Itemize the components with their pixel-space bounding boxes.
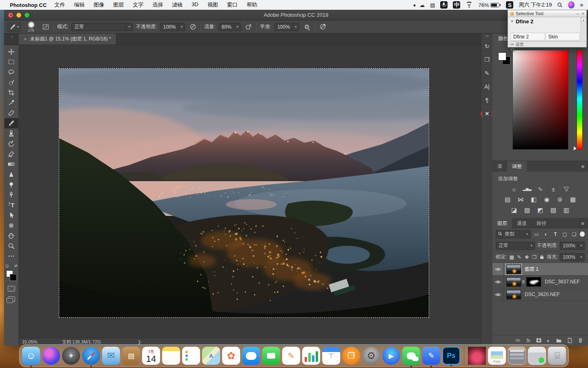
path-selection-tool[interactable] (4, 210, 18, 220)
dock-window-preview-2[interactable] (528, 347, 546, 365)
new-adjustment-layer-icon[interactable]: ◐ (547, 337, 550, 344)
color-field-cursor[interactable] (510, 47, 515, 52)
layer-mask-thumbnail[interactable] (526, 277, 541, 287)
dock-system-preferences[interactable]: ⚙ (362, 347, 380, 365)
layer-row-2[interactable]: DSC_3620.NEF (492, 288, 588, 301)
crop-tool[interactable] (4, 88, 18, 98)
siri-icon[interactable] (568, 1, 575, 9)
vibrance-icon[interactable]: ▽ (561, 184, 572, 194)
input-method-icon[interactable]: 中 (453, 1, 460, 9)
nik-selective-panel-icon[interactable]: ❨✕❩ (481, 107, 493, 120)
new-layer-icon[interactable] (567, 338, 572, 343)
posterize-icon[interactable]: ▨ (522, 205, 532, 215)
close-window-button[interactable] (8, 13, 13, 18)
hue-slider-marker[interactable] (574, 146, 577, 150)
levels-icon[interactable]: ▂▅▃ (522, 184, 532, 194)
saturation-brightness-field[interactable] (512, 50, 568, 150)
foreground-color-swatch[interactable] (498, 52, 506, 61)
new-group-icon[interactable] (556, 338, 562, 343)
filter-shape-layers-icon[interactable]: ▢ (561, 231, 568, 237)
window-titlebar[interactable]: Adobe Photoshop CC 2018 (4, 10, 588, 20)
scroll-up-icon[interactable]: ▲ (581, 18, 586, 22)
type-tool[interactable]: T (4, 200, 18, 210)
link-layers-icon[interactable] (515, 338, 521, 343)
dodge-tool[interactable] (4, 180, 18, 190)
dock-finder[interactable]: ☺ (22, 347, 40, 365)
hue-saturation-icon[interactable]: ▤ (502, 195, 513, 204)
lock-position-icon[interactable]: ✚ (524, 254, 530, 260)
eyedropper-tool[interactable] (4, 98, 18, 108)
selective-close-icon[interactable]: × (582, 11, 584, 16)
toggle-brush-panel-icon[interactable] (41, 22, 50, 31)
status-chevron-icon[interactable]: ❯ (138, 339, 141, 345)
layer-filter-type-select[interactable]: 类型 ▾ (496, 230, 531, 238)
menu-item-10[interactable]: 帮助 (242, 1, 262, 9)
dock-photos[interactable]: ✿ (222, 347, 240, 365)
wifi-icon[interactable] (466, 1, 473, 9)
zoom-window-button[interactable] (24, 13, 29, 18)
character-panel-icon[interactable]: A| (481, 80, 493, 93)
dock-trash[interactable]: ⍌ (548, 347, 566, 365)
toolbar-background-swatch[interactable] (10, 274, 17, 281)
pen-tool[interactable] (4, 190, 18, 200)
dock-pages[interactable]: ✎ (282, 347, 300, 365)
smoothing-select[interactable]: 100% ▾ (274, 23, 299, 31)
color-balance-icon[interactable]: ⋈ (515, 195, 526, 204)
minimize-window-button[interactable] (16, 13, 21, 18)
swap-colors-icon[interactable]: ◲⇄ (5, 264, 18, 268)
shape-tool[interactable] (4, 220, 18, 231)
lock-paint-icon[interactable]: ✎ (517, 254, 522, 260)
smoothing-options-gear-icon[interactable]: ⚙▾ (303, 22, 312, 31)
dock-photoshop[interactable]: Ps (442, 347, 460, 365)
lasso-tool[interactable] (4, 67, 18, 77)
lock-all-icon[interactable] (539, 254, 545, 260)
shadowsocks-icon[interactable]: S (506, 1, 513, 9)
app-menu-title[interactable]: Photoshop CC (10, 2, 47, 8)
exposure-icon[interactable]: ± (548, 184, 559, 194)
color-panel-tab[interactable]: 颜色 (498, 35, 508, 42)
layer-name[interactable]: DSC_3620.NEF (525, 292, 560, 297)
keyboard-icon[interactable]: ▤ (430, 1, 435, 9)
panels-collapse-chevrons[interactable]: «« (486, 34, 488, 39)
brightness-contrast-icon[interactable]: ☼ (509, 184, 519, 194)
layer-thumbnail[interactable] (506, 277, 521, 287)
notification-center-icon[interactable]: ≡ (580, 1, 583, 9)
black-white-icon[interactable]: ◧ (528, 195, 539, 204)
dock-maps[interactable]: A (202, 347, 220, 365)
dock-messages[interactable] (242, 347, 260, 365)
layers-menu-icon[interactable]: ≡ (581, 220, 585, 227)
section-collapse-icon[interactable]: ▼ (510, 20, 514, 23)
close-document-icon[interactable]: × (24, 36, 27, 42)
dock-siri[interactable] (42, 347, 60, 365)
spot-healing-tool[interactable] (4, 108, 18, 118)
layer-fill-select[interactable]: 100% ▾ (560, 253, 585, 261)
selective-button-dfine-2[interactable]: Dfine 2 (510, 33, 545, 40)
menu-item-3[interactable]: 图层 (109, 1, 128, 9)
selective-tool-window[interactable]: Selective Tool – × ▼ Dfine 2 Dfine 2Skin… (508, 10, 587, 47)
color-lookup-icon[interactable]: ▦ (568, 195, 578, 204)
filter-adjustment-layers-icon[interactable]: ◐ (542, 231, 550, 237)
dock-itunes[interactable]: ▶ (382, 347, 400, 365)
sharpen-tool[interactable] (4, 169, 18, 180)
add-layer-mask-icon[interactable] (536, 338, 542, 343)
opacity-pressure-icon[interactable] (188, 22, 197, 31)
channel-mixer-icon[interactable]: ⊚ (555, 195, 565, 204)
dock-reminders[interactable] (182, 347, 200, 365)
wechat-status-icon[interactable]: ◖◗ (412, 1, 414, 9)
menu-item-7[interactable]: 3D (187, 1, 203, 9)
dock-launchpad[interactable]: ✦ (62, 347, 80, 365)
threshold-icon[interactable]: ◩ (535, 205, 546, 215)
zoom-tool[interactable] (4, 241, 18, 251)
canvas-area[interactable]: 15.05% 文档:138.3M/1.72G ❯ (19, 45, 481, 346)
brush-settings-panel-icon[interactable]: ✎ (481, 66, 493, 80)
dock-window-preview-1[interactable] (508, 347, 526, 365)
layer-visibility-icon[interactable] (492, 288, 504, 301)
quick-selection-tool[interactable] (4, 77, 18, 88)
history-brush-tool[interactable] (4, 139, 18, 149)
photo-filter-icon[interactable]: ◉ (541, 195, 552, 204)
more-tools[interactable] (4, 251, 18, 261)
invert-icon[interactable]: ◪ (509, 205, 519, 215)
dock-wechat[interactable] (402, 347, 420, 365)
dock-calendar[interactable]: 7月14 (142, 347, 160, 365)
dock-contacts[interactable]: ▤ (122, 347, 140, 365)
